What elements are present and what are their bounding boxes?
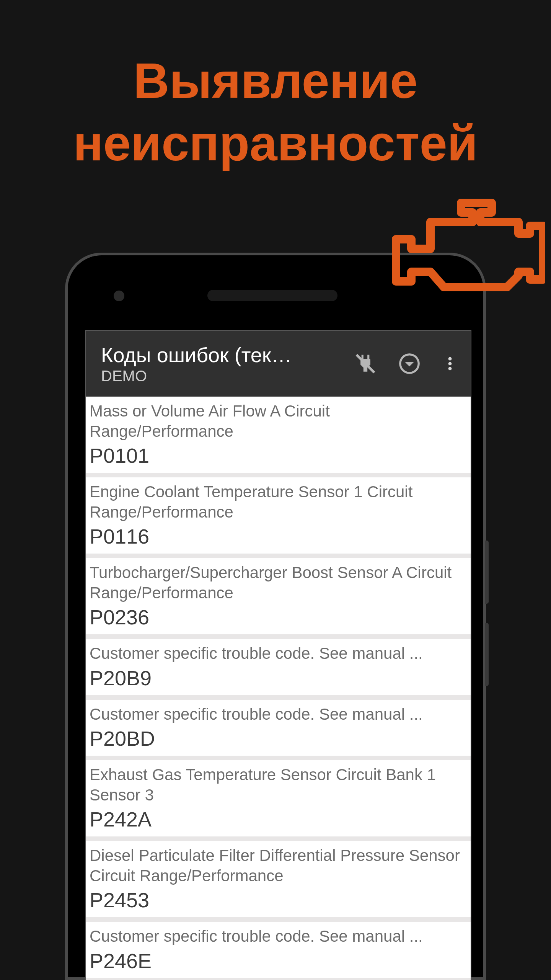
code-value: P20BD xyxy=(90,727,467,750)
code-description: Customer specific trouble code. See manu… xyxy=(90,926,467,947)
code-description: Diesel Particulate Filter Differential P… xyxy=(90,846,467,886)
list-item[interactable]: Customer specific trouble code. See manu… xyxy=(86,922,471,980)
app-title: Коды ошибок (тек… xyxy=(101,343,347,367)
more-vert-icon[interactable] xyxy=(442,353,458,374)
code-value: P2453 xyxy=(90,888,467,912)
list-item[interactable]: Customer specific trouble code. See manu… xyxy=(86,700,471,761)
error-code-list[interactable]: Mass or Volume Air Flow A Circuit Range/… xyxy=(86,397,471,980)
list-item[interactable]: Turbocharger/Supercharger Boost Sensor A… xyxy=(86,558,471,639)
list-item[interactable]: Diesel Particulate Filter Differential P… xyxy=(86,841,471,922)
code-description: Customer specific trouble code. See manu… xyxy=(90,644,467,664)
svg-point-2 xyxy=(448,357,452,361)
code-description: Exhaust Gas Temperature Sensor Circuit B… xyxy=(90,765,467,805)
list-item[interactable]: Engine Coolant Temperature Sensor 1 Circ… xyxy=(86,477,471,558)
phone-frame: Коды ошибок (тек… DEMO xyxy=(65,253,486,980)
headline-line2: неисправностей xyxy=(73,115,478,171)
phone-volume-up xyxy=(485,541,489,604)
code-value: P0116 xyxy=(90,524,467,548)
list-item[interactable]: Customer specific trouble code. See manu… xyxy=(86,639,471,700)
code-value: P20B9 xyxy=(90,666,467,690)
svg-point-4 xyxy=(448,367,452,370)
app-subtitle: DEMO xyxy=(101,368,347,385)
list-item[interactable]: Exhaust Gas Temperature Sensor Circuit B… xyxy=(86,760,471,841)
list-item[interactable]: Mass or Volume Air Flow A Circuit Range/… xyxy=(86,397,471,477)
check-engine-icon xyxy=(392,195,545,302)
code-value: P246E xyxy=(90,949,467,973)
phone-camera xyxy=(114,291,124,301)
phone-volume-down xyxy=(485,623,489,686)
headline-line1: Выявление xyxy=(134,53,418,109)
code-description: Customer specific trouble code. See manu… xyxy=(90,704,467,725)
code-value: P242A xyxy=(90,807,467,831)
code-value: P0236 xyxy=(90,605,467,629)
chevron-down-circle-icon[interactable] xyxy=(398,353,421,375)
code-description: Turbocharger/Supercharger Boost Sensor A… xyxy=(90,563,467,603)
app-bar: Коды ошибок (тек… DEMO xyxy=(86,331,471,397)
app-screen: Коды ошибок (тек… DEMO xyxy=(85,330,471,980)
page-headline: Выявление неисправностей xyxy=(0,0,551,174)
svg-point-3 xyxy=(448,362,452,366)
phone-speaker xyxy=(207,290,337,301)
code-description: Engine Coolant Temperature Sensor 1 Circ… xyxy=(90,482,467,522)
code-value: P0101 xyxy=(90,444,467,467)
code-description: Mass or Volume Air Flow A Circuit Range/… xyxy=(90,401,467,441)
plug-off-icon[interactable] xyxy=(354,352,377,376)
